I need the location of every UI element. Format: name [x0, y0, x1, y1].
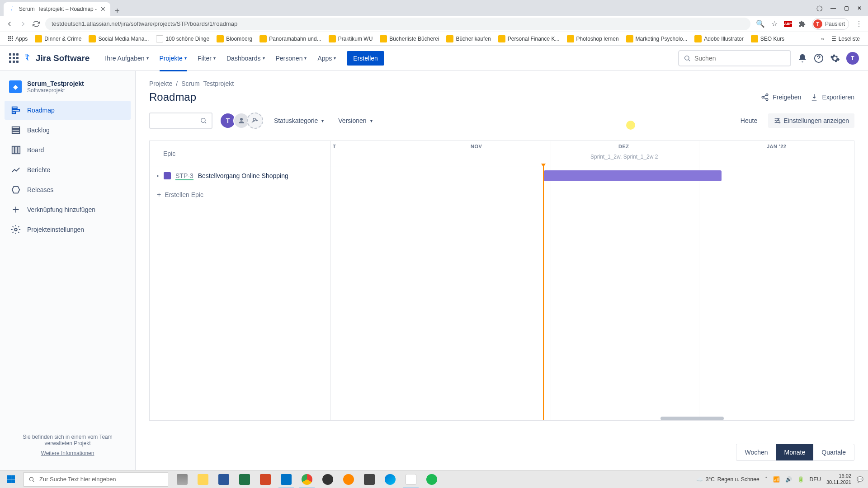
view-weeks-button[interactable]: Wochen [736, 444, 776, 460]
add-people-button[interactable] [247, 113, 263, 129]
epic-row[interactable]: ▸ STP-3 Bestellvorgang Online Shopping [150, 166, 330, 185]
nav-people[interactable]: Personen▾ [271, 51, 311, 66]
apps-shortcut[interactable]: Apps [5, 34, 30, 43]
notepad-button[interactable] [401, 470, 421, 488]
versions-filter[interactable]: Versionen▾ [335, 113, 376, 128]
extensions-icon[interactable] [798, 20, 806, 28]
bookmark-item[interactable]: Social Media Mana... [86, 34, 151, 44]
abp-icon[interactable]: ABP [784, 21, 792, 27]
bookmark-item[interactable]: Panoramabahn und... [257, 34, 324, 44]
word-button[interactable] [213, 470, 234, 488]
epic-timeline-bar[interactable] [544, 170, 722, 181]
expand-chevron-icon[interactable]: ▸ [157, 173, 159, 178]
app-button[interactable] [359, 470, 380, 488]
roadmap-search[interactable] [149, 113, 212, 129]
breadcrumb-projects[interactable]: Projekte [149, 80, 172, 87]
bookmark-item[interactable]: Bücher kaufen [443, 34, 493, 44]
volume-icon[interactable]: 🔊 [785, 476, 792, 483]
nav-your-work[interactable]: Ihre Aufgaben▾ [100, 51, 153, 66]
show-settings-button[interactable]: Einstellungen anzeigen [768, 113, 854, 128]
sidebar-item-backlog[interactable]: Backlog [5, 121, 131, 140]
obs-button[interactable] [317, 470, 338, 488]
chevron-down-icon: ▾ [213, 56, 216, 61]
action-center-icon[interactable]: 💬 [857, 476, 863, 483]
sidebar-footer-link[interactable]: Weitere Informationen [14, 450, 122, 456]
clock[interactable]: 16:02 30.11.2021 [826, 473, 851, 485]
create-epic-button[interactable]: + Erstellen Epic [150, 185, 330, 204]
edge-button[interactable] [380, 470, 401, 488]
task-view-button[interactable] [172, 470, 193, 488]
share-button[interactable]: Freigeben [761, 93, 801, 101]
settings-icon[interactable] [830, 53, 840, 63]
bookmark-item[interactable]: Personal Finance K... [495, 34, 562, 44]
start-button[interactable] [0, 470, 22, 488]
spotify-button[interactable] [421, 470, 442, 488]
status-filter[interactable]: Statuskategorie▾ [270, 113, 327, 128]
battery-icon[interactable]: 🔋 [797, 476, 804, 483]
forward-button[interactable] [19, 20, 27, 28]
sidebar-item-board[interactable]: Board [5, 141, 131, 160]
bookmark-item[interactable]: Photoshop lernen [564, 34, 622, 44]
user-avatar[interactable]: T [846, 52, 859, 65]
powerpoint-button[interactable] [255, 470, 276, 488]
tray-chevron-icon[interactable]: ˄ [765, 476, 768, 483]
global-search[interactable] [678, 50, 791, 66]
back-button[interactable] [5, 20, 14, 28]
browser-tab[interactable]: Scrum_Testprojekt – Roadmap - ✕ [4, 2, 110, 16]
horizontal-scrollbar[interactable] [660, 417, 724, 420]
view-months-button[interactable]: Monate [776, 444, 814, 460]
create-button[interactable]: Erstellen [347, 51, 384, 66]
reload-button[interactable] [33, 20, 40, 28]
bookmark-item[interactable]: 100 schöne Dinge [153, 34, 212, 44]
excel-button[interactable] [234, 470, 255, 488]
window-close-icon[interactable]: ✕ [857, 5, 862, 11]
bookmark-item[interactable]: Dinner & Crime [32, 34, 84, 44]
help-icon[interactable] [814, 53, 824, 63]
sidebar-item-add-link[interactable]: Verknüpfung hinzufügen [5, 200, 131, 219]
bookmark-item[interactable]: Adobe Illustrator [692, 34, 746, 44]
bookmark-item[interactable]: Bücherliste Bücherei [377, 34, 442, 44]
today-button[interactable]: Heute [735, 113, 763, 128]
nav-dashboards[interactable]: Dashboards▾ [222, 51, 269, 66]
search-input[interactable] [694, 55, 786, 62]
bookmark-item[interactable]: SEO Kurs [748, 34, 787, 44]
bookmark-item[interactable]: Praktikum WU [326, 34, 376, 44]
new-tab-button[interactable]: + [110, 6, 124, 16]
notifications-icon[interactable] [797, 53, 807, 63]
profile-chip[interactable]: T Pausiert [812, 18, 849, 30]
language-indicator[interactable]: DEU [810, 476, 821, 483]
app-button[interactable] [338, 470, 359, 488]
sidebar-item-reports[interactable]: Berichte [5, 160, 131, 179]
weather-widget[interactable]: ☁️ 3°C Regen u. Schnee [696, 476, 760, 483]
jira-logo[interactable]: Jira Software [22, 53, 90, 64]
url-bar[interactable]: testdeutsch1.atlassian.net/jira/software… [45, 18, 750, 30]
close-tab-icon[interactable]: ✕ [100, 5, 106, 13]
file-explorer-button[interactable] [193, 470, 213, 488]
export-button[interactable]: Exportieren [810, 93, 854, 101]
sidebar-item-roadmap[interactable]: Roadmap [5, 101, 131, 120]
nav-apps[interactable]: Apps▾ [313, 51, 340, 66]
window-minimize-icon[interactable]: — [830, 5, 836, 11]
bookmark-overflow[interactable]: » [818, 34, 827, 43]
outlook-button[interactable] [276, 470, 297, 488]
nav-projects[interactable]: Projekte▾ [155, 51, 191, 66]
project-header[interactable]: ◆ Scrum_Testprojekt Softwareprojekt [5, 80, 131, 101]
bookmark-item[interactable]: Marketing Psycholo... [623, 34, 690, 44]
chrome-menu-icon[interactable]: ⋮ [855, 19, 863, 28]
chrome-sync-icon[interactable]: ◯ [816, 5, 822, 11]
sidebar-item-releases[interactable]: Releases [5, 180, 131, 199]
windows-search[interactable]: Zur Suche Text hier eingeben [24, 472, 168, 487]
epic-key[interactable]: STP-3 [175, 172, 193, 179]
window-maximize-icon[interactable]: ▢ [844, 5, 849, 11]
breadcrumb-current[interactable]: Scrum_Testprojekt [181, 80, 234, 87]
zoom-icon[interactable]: 🔍 [756, 19, 765, 28]
nav-filters[interactable]: Filter▾ [193, 51, 220, 66]
app-switcher-icon[interactable] [9, 53, 19, 63]
wifi-icon[interactable]: 📶 [773, 476, 780, 483]
view-quarters-button[interactable]: Quartale [813, 444, 854, 460]
bookmark-item[interactable]: Bloomberg [214, 34, 255, 44]
sidebar-item-project-settings[interactable]: Projekteinstellungen [5, 220, 131, 239]
bookmark-star-icon[interactable]: ☆ [771, 19, 778, 28]
chrome-button[interactable] [297, 470, 317, 488]
reading-list-button[interactable]: ☰Leseliste [829, 34, 863, 43]
